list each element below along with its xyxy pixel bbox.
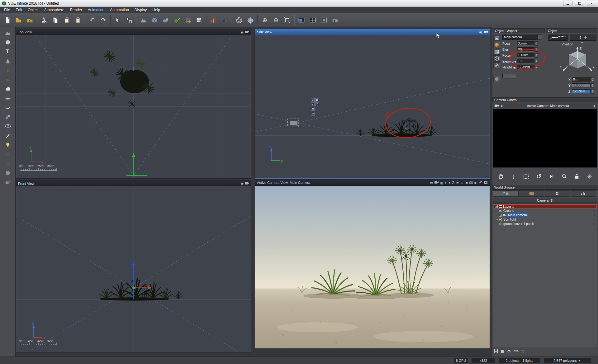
front-view-canvas[interactable]: Z x 0m 10cm 20cm 30cm — [16, 186, 251, 352]
z-stepper[interactable]: ▲▼ — [591, 89, 594, 94]
wb-save-icon[interactable] — [494, 349, 498, 353]
menu-help[interactable]: Help — [150, 7, 163, 13]
plane-primitive-button[interactable] — [2, 94, 14, 103]
top-view-canvas[interactable]: y x 0m 10cm 20cm 30cm — [16, 35, 251, 178]
metablob-button[interactable] — [160, 14, 171, 26]
units-dropdown[interactable]: ▼ — [502, 74, 516, 78]
import-object-button[interactable] — [24, 14, 36, 26]
group-objects-button[interactable] — [2, 112, 14, 122]
pan-hand-icon[interactable] — [496, 172, 505, 181]
atmosphere-editor-button[interactable] — [234, 14, 245, 26]
text-primitive-button[interactable]: T — [2, 47, 14, 56]
viewport-options-icon[interactable]: ◉ — [479, 29, 482, 35]
prev-camera-icon[interactable]: ◀ — [500, 104, 502, 107]
rock-primitive-button[interactable] — [2, 75, 14, 84]
new-file-button[interactable] — [2, 14, 13, 26]
undo-button[interactable]: ↶ — [87, 14, 98, 26]
blur-stepper[interactable]: ▲▼ — [534, 47, 538, 52]
animation-tab-icon[interactable] — [493, 55, 500, 62]
render-display-button[interactable] — [318, 14, 330, 26]
menu-render[interactable]: Render — [67, 7, 85, 13]
snapshot-icon[interactable] — [484, 180, 488, 185]
tab-textures[interactable] — [545, 190, 570, 197]
viewport-options-icon[interactable]: ◉ — [240, 181, 244, 186]
handle-grid-icon[interactable] — [316, 98, 319, 102]
handle-box-icon[interactable] — [311, 107, 315, 110]
exposure-field[interactable]: +0 — [517, 59, 534, 63]
menu-edit[interactable]: Edit — [13, 7, 25, 13]
tree-row-ground[interactable]: Ground — [493, 208, 597, 213]
handle-l-icon[interactable]: L — [312, 103, 314, 106]
close-button[interactable]: × — [587, 1, 596, 6]
planet-primitive-button[interactable] — [2, 168, 14, 178]
lock-view-icon[interactable] — [456, 180, 459, 185]
visibility-dot-icon[interactable] — [594, 223, 595, 225]
wb-settings-icon[interactable] — [507, 349, 511, 353]
mirror-button[interactable] — [219, 14, 230, 26]
quad-view-button[interactable] — [307, 14, 318, 26]
visibility-dot-icon[interactable] — [594, 210, 595, 212]
lock-icon[interactable] — [513, 65, 516, 69]
frame-prev-icon[interactable]: ◀ — [465, 180, 467, 185]
render-options-button[interactable] — [208, 14, 219, 26]
vegetation-button[interactable] — [2, 66, 14, 75]
boolean-tool-button[interactable] — [2, 122, 14, 131]
fit-view-button[interactable] — [282, 14, 293, 26]
tab-objects[interactable] — [493, 190, 519, 197]
aspect-preview[interactable] — [548, 35, 568, 41]
select-by-name-button[interactable] — [123, 14, 135, 26]
open-file-button[interactable] — [13, 14, 24, 26]
viewport-camera-icon[interactable] — [245, 29, 249, 35]
cut-button[interactable] — [39, 14, 50, 26]
side-view-canvas[interactable]: P L V — [255, 35, 490, 178]
wb-display-icon[interactable] — [521, 349, 525, 353]
collapse-icon[interactable]: − — [495, 205, 498, 208]
primitive-cube-button[interactable] — [149, 14, 160, 26]
export-object-button[interactable] — [2, 178, 14, 187]
aspect-tab-icon[interactable] — [493, 35, 500, 41]
object-info-icon[interactable] — [493, 76, 500, 82]
zoom-in-button[interactable]: ⊕ — [259, 14, 270, 26]
tree-row-main-camera[interactable]: + Main camera — [493, 213, 597, 217]
wb-delete-icon[interactable] — [501, 349, 504, 353]
material-editor-button[interactable] — [194, 14, 205, 26]
drop-to-ground-icon[interactable]: ↓ — [509, 172, 518, 181]
frame-selection-icon[interactable] — [521, 172, 531, 181]
camera-switch-icon[interactable] — [495, 104, 499, 107]
camera-settings-icon[interactable] — [434, 180, 439, 185]
redo-button[interactable]: ↷ — [98, 14, 109, 26]
frame-next-icon[interactable]: ▶ — [475, 180, 477, 185]
render-dot-icon[interactable]: ● — [448, 180, 451, 185]
x-position-field[interactable]: 0m — [572, 77, 591, 82]
handle-v-icon[interactable]: V — [312, 113, 314, 115]
curve-tool-button[interactable] — [2, 103, 14, 112]
minimize-button[interactable] — [563, 1, 572, 6]
sphere-primitive-button[interactable] — [2, 38, 14, 47]
visibility-dot-icon[interactable] — [594, 219, 595, 220]
menu-automation[interactable]: Automation — [107, 7, 132, 13]
render-preview-icon[interactable] — [560, 172, 569, 181]
viewport-top-titlebar[interactable]: Top View ◉ — [16, 29, 251, 35]
viewport-camera-icon[interactable] — [484, 29, 488, 35]
object-select-dropdown[interactable]: Main camera ▼ — [502, 35, 542, 40]
focus-field[interactable]: 1.138m — [517, 53, 534, 58]
orbit-icon[interactable]: ↺ — [534, 172, 543, 181]
menu-file[interactable]: File — [1, 7, 13, 13]
single-view-button[interactable] — [296, 14, 307, 26]
position-gizmo[interactable]: Z x y — [558, 46, 596, 76]
expand-icon[interactable]: + — [499, 214, 502, 217]
terrain-editor-button[interactable] — [138, 14, 149, 26]
blur-field[interactable]: 0% — [517, 47, 534, 52]
material-tab-icon[interactable] — [493, 42, 500, 48]
maximize-button[interactable] — [575, 1, 584, 6]
grid-overlay-icon[interactable]: ⊞ — [461, 180, 463, 185]
viewport-side-titlebar[interactable]: Side View ◉ — [255, 29, 490, 35]
y-stepper[interactable]: ▲▼ — [591, 83, 594, 88]
z-position-field[interactable]: 12.39cm — [572, 89, 591, 93]
display-options-icon[interactable]: ▭ — [430, 180, 433, 185]
camera-render-canvas[interactable] — [255, 186, 490, 348]
tree-row-ground-cover[interactable]: ground cover 4 patch — [493, 222, 597, 226]
viewport-camera-titlebar[interactable]: Active Camera View: Main Camera ▭ ▦ ◐ ● … — [255, 180, 490, 186]
tab-materials[interactable] — [519, 190, 544, 197]
half-resolution-icon[interactable]: ◐ — [445, 180, 447, 185]
